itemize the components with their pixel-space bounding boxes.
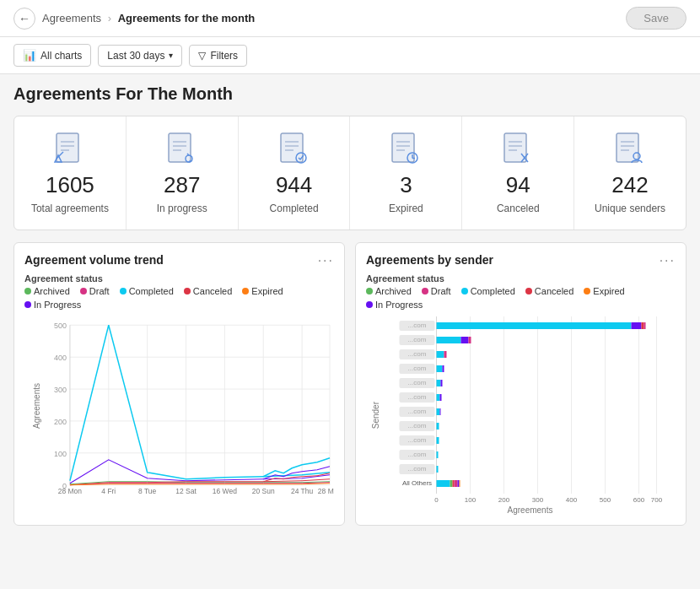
svg-text:500: 500 <box>54 322 67 330</box>
unique-senders-label: Unique senders <box>595 203 665 216</box>
sender-chart-menu-button[interactable]: ··· <box>660 253 676 268</box>
svg-rect-114 <box>450 480 453 487</box>
total-agreements-number: 1605 <box>46 174 94 196</box>
volume-chart-header: Agreement volume trend ··· <box>24 253 334 268</box>
svg-text:200: 200 <box>54 418 67 426</box>
total-agreements-icon <box>48 130 92 167</box>
svg-text:0: 0 <box>434 496 439 504</box>
unique-senders-number: 242 <box>611 174 648 196</box>
unique-senders-icon <box>608 130 652 167</box>
charts-icon: 📊 <box>23 49 36 62</box>
chevron-down-icon: ▾ <box>169 51 173 60</box>
svg-text:8 Tue: 8 Tue <box>138 486 156 493</box>
svg-text:600: 600 <box>633 496 645 504</box>
sender-chart-area: Sender <box>366 316 676 515</box>
sender-legend-title: Agreement status <box>366 273 676 284</box>
svg-rect-110 <box>437 437 439 444</box>
svg-rect-109 <box>437 423 439 430</box>
canceled-number: 94 <box>506 174 530 196</box>
canceled-label: Canceled <box>497 203 540 216</box>
expired-label: Expired <box>389 203 423 216</box>
page-title: Agreements For The Month <box>13 84 687 104</box>
back-button[interactable]: ← <box>13 8 35 30</box>
svg-text:...com: ...com <box>408 379 427 386</box>
save-button[interactable]: Save <box>626 7 687 30</box>
svg-rect-105 <box>437 394 440 401</box>
stat-canceled: 94 Canceled <box>462 116 574 230</box>
breadcrumb-separator: › <box>108 12 111 24</box>
sender-legend-archived: Archived <box>366 286 412 296</box>
filters-label: Filters <box>210 50 238 62</box>
svg-text:100: 100 <box>465 496 477 504</box>
svg-rect-106 <box>440 394 442 401</box>
sender-legend-in-progress: In Progress <box>366 300 423 310</box>
sender-bar-chart-container: ...com ...com ...com ...com ...com ...co… <box>385 316 676 515</box>
stats-row: 1605 Total agreements 287 In progress <box>13 116 687 230</box>
expired-icon <box>384 130 428 167</box>
header-left: ← Agreements › Agreements for the month <box>13 8 255 30</box>
svg-text:200: 200 <box>498 496 510 504</box>
svg-text:100: 100 <box>54 449 67 457</box>
date-range-button[interactable]: Last 30 days ▾ <box>98 45 182 67</box>
stat-expired: 3 Expired <box>350 116 462 230</box>
svg-text:...com: ...com <box>408 451 427 458</box>
svg-rect-101 <box>437 365 443 372</box>
expired-number: 3 <box>400 174 412 196</box>
legend-archived: Archived <box>24 286 70 296</box>
svg-text:300: 300 <box>532 496 544 504</box>
sender-y-label: Sender <box>371 402 380 429</box>
line-chart-svg: 500 400 300 200 100 0 <box>48 316 334 494</box>
svg-rect-92 <box>437 322 632 329</box>
svg-text:700: 700 <box>651 496 663 504</box>
svg-rect-113 <box>437 480 450 487</box>
completed-icon <box>272 130 316 167</box>
all-charts-button[interactable]: 📊 All charts <box>13 44 91 67</box>
volume-chart-area: Agreements 500 400 300 200 100 <box>24 316 334 496</box>
completed-number: 944 <box>276 174 312 196</box>
legend-completed: Completed <box>120 286 174 296</box>
svg-rect-100 <box>444 351 447 358</box>
sender-chart-header: Agreements by sender ··· <box>366 253 676 268</box>
svg-text:16 Wed: 16 Wed <box>213 486 237 493</box>
in-progress-icon <box>160 130 204 167</box>
svg-rect-98 <box>469 337 471 343</box>
volume-chart-legend: Archived Draft Completed Canceled Expire… <box>24 286 334 310</box>
filters-button[interactable]: ▽ Filters <box>189 45 247 67</box>
volume-trend-chart: Agreement volume trend ··· Agreement sta… <box>13 242 345 526</box>
svg-rect-28 <box>617 133 638 162</box>
svg-text:24 Thu: 24 Thu <box>291 486 314 493</box>
breadcrumb-parent[interactable]: Agreements <box>42 12 101 24</box>
legend-expired: Expired <box>242 286 283 296</box>
svg-rect-118 <box>460 480 460 487</box>
sender-legend-draft: Draft <box>422 286 451 296</box>
svg-text:...com: ...com <box>408 393 427 401</box>
svg-rect-102 <box>443 365 444 372</box>
in-progress-label: In progress <box>157 203 207 216</box>
sender-chart-legend: Archived Draft Completed Canceled Expire… <box>366 286 676 310</box>
svg-rect-93 <box>632 322 642 329</box>
sender-y-axis-label: Sender <box>366 316 385 515</box>
svg-text:...com: ...com <box>408 350 427 358</box>
svg-rect-22 <box>504 133 526 162</box>
volume-chart-menu-button[interactable]: ··· <box>318 253 334 268</box>
svg-rect-104 <box>441 380 443 386</box>
charts-label: All charts <box>40 50 82 62</box>
main-content: Agreements For The Month 1605 Total agre… <box>0 74 700 589</box>
svg-rect-115 <box>453 480 455 487</box>
svg-rect-107 <box>437 408 440 415</box>
svg-text:12 Sat: 12 Sat <box>175 486 197 493</box>
legend-draft: Draft <box>80 286 110 296</box>
svg-text:400: 400 <box>54 354 67 362</box>
svg-rect-111 <box>437 451 439 458</box>
svg-rect-97 <box>461 337 469 343</box>
svg-rect-95 <box>644 322 646 329</box>
stat-unique-senders: 242 Unique senders <box>574 116 686 230</box>
y-label: Agreements <box>32 383 41 429</box>
legend-canceled: Canceled <box>184 286 232 296</box>
svg-rect-6 <box>169 133 191 162</box>
svg-text:28 Mon: 28 Mon <box>318 486 334 493</box>
line-chart-svg-container: 500 400 300 200 100 0 <box>48 316 334 496</box>
svg-rect-108 <box>440 408 441 415</box>
svg-text:20 Sun: 20 Sun <box>252 486 275 493</box>
svg-text:...com: ...com <box>408 336 427 343</box>
